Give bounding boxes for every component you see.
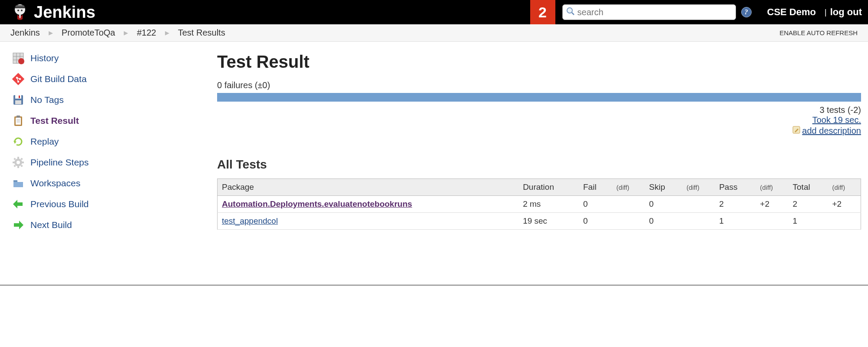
add-description-link[interactable]: add description [802, 126, 861, 136]
chevron-right-icon: ▶ [165, 30, 169, 36]
table-header-row: Package Duration Fail (diff) Skip (diff)… [218, 179, 861, 196]
sidebar-item-no-tags[interactable]: No Tags [9, 89, 217, 110]
breadcrumb-item[interactable]: Jenkins [10, 28, 40, 38]
sidebar-item-label: Next Build [30, 220, 72, 230]
col-total-diff[interactable]: (diff) [828, 179, 861, 196]
sidebar-item-workspaces[interactable]: Workspaces [9, 173, 217, 194]
svg-rect-22 [19, 96, 20, 98]
jenkins-icon [10, 2, 30, 23]
breadcrumb: Jenkins ▶ PromoteToQa ▶ #122 ▶ Test Resu… [0, 24, 868, 42]
enable-auto-refresh-link[interactable]: ENABLE AUTO REFRESH [779, 29, 858, 36]
main-content: Test Result 0 failures (±0) 3 tests (-2)… [217, 42, 868, 285]
sidebar-item-history[interactable]: History [9, 48, 217, 69]
svg-line-6 [572, 13, 574, 15]
help-icon[interactable]: ? [741, 7, 752, 17]
package-link[interactable]: test_appendcol [222, 216, 278, 225]
svg-rect-36 [22, 162, 24, 163]
breadcrumb-item[interactable]: Test Results [178, 28, 225, 38]
col-pass-diff[interactable]: (diff) [756, 179, 788, 196]
notification-badge[interactable]: 2 [530, 0, 555, 24]
svg-rect-23 [15, 100, 21, 104]
cell-skip-diff [682, 196, 715, 213]
svg-point-32 [17, 161, 20, 164]
cell-skip: 0 [645, 196, 682, 213]
sidebar-item-label: Git Build Data [30, 74, 87, 84]
history-icon [12, 52, 24, 64]
header-divider: | [825, 8, 830, 17]
header: Jenkins 2 ? CSE Demo | log out [0, 0, 868, 24]
cell-fail: 0 [579, 213, 612, 230]
svg-rect-25 [16, 118, 21, 125]
sidebar-item-label: Pipeline Steps [30, 157, 89, 168]
svg-rect-14 [12, 73, 24, 85]
svg-rect-34 [17, 166, 19, 168]
cell-pass-diff: +2 [756, 196, 788, 213]
package-link[interactable]: Automation.Deployments.evaluatenotebookr… [222, 199, 412, 208]
svg-marker-42 [13, 200, 23, 208]
sidebar-item-pipeline-steps[interactable]: Pipeline Steps [9, 152, 217, 173]
col-fail[interactable]: Fail [579, 179, 612, 196]
col-package[interactable]: Package [218, 179, 519, 196]
svg-rect-41 [13, 180, 17, 182]
svg-point-7 [567, 8, 572, 13]
col-fail-diff[interactable]: (diff) [612, 179, 645, 196]
section-title: All Tests [217, 158, 861, 172]
tests-table: Package Duration Fail (diff) Skip (diff)… [217, 178, 861, 230]
cell-fail: 0 [579, 196, 612, 213]
cell-fail-diff [612, 196, 645, 213]
page-title: Test Result [217, 52, 861, 72]
edit-icon [792, 126, 800, 136]
sidebar: History Git Build Data No Tags Test Resu… [0, 42, 217, 285]
svg-rect-35 [13, 162, 15, 163]
sidebar-item-next-build[interactable]: Next Build [9, 215, 217, 235]
sidebar-item-git-build-data[interactable]: Git Build Data [9, 69, 217, 89]
arrow-left-icon [12, 198, 24, 210]
svg-rect-26 [17, 116, 20, 118]
logout-link[interactable]: log out [830, 7, 862, 18]
cell-total: 2 [789, 196, 828, 213]
sidebar-item-label: Workspaces [30, 178, 80, 188]
gear-icon [12, 156, 24, 169]
breadcrumb-item[interactable]: #122 [137, 28, 156, 38]
cell-duration: 2 ms [518, 196, 579, 213]
git-icon [12, 73, 24, 85]
app-name: Jenkins [34, 3, 96, 22]
sidebar-item-label: Replay [30, 136, 59, 147]
sidebar-item-label: Previous Build [30, 199, 89, 209]
sidebar-item-test-result[interactable]: Test Result [9, 110, 217, 131]
col-skip-diff[interactable]: (diff) [682, 179, 715, 196]
col-duration[interactable]: Duration [518, 179, 579, 196]
clipboard-icon [12, 115, 24, 127]
cell-pass-diff [756, 213, 788, 230]
sidebar-item-label: History [30, 53, 59, 63]
sidebar-item-replay[interactable]: Replay [9, 131, 217, 152]
svg-marker-43 [14, 221, 23, 229]
duration-link[interactable]: Took 19 sec. [812, 115, 861, 125]
cell-total-diff [828, 213, 861, 230]
cell-skip-diff [682, 213, 715, 230]
cell-pass: 1 [715, 213, 756, 230]
arrow-right-icon [12, 219, 24, 231]
search-input[interactable] [578, 7, 732, 17]
svg-point-4 [21, 10, 23, 11]
tests-count: 3 tests (-2) [217, 105, 861, 115]
search-box[interactable] [562, 4, 736, 20]
svg-rect-33 [17, 157, 19, 159]
chevron-right-icon: ▶ [49, 30, 53, 36]
cell-pass: 2 [715, 196, 756, 213]
sidebar-item-previous-build[interactable]: Previous Build [9, 194, 217, 215]
col-skip[interactable]: Skip [645, 179, 682, 196]
breadcrumb-item[interactable]: PromoteToQa [62, 28, 115, 38]
sidebar-item-label: No Tags [30, 95, 64, 105]
table-row: test_appendcol19 sec0011 [218, 213, 861, 230]
user-link[interactable]: CSE Demo [767, 7, 816, 18]
col-total[interactable]: Total [789, 179, 828, 196]
svg-point-13 [18, 58, 24, 64]
col-pass[interactable]: Pass [715, 179, 756, 196]
save-icon [12, 94, 24, 106]
result-bar [217, 93, 861, 102]
logo[interactable]: Jenkins [10, 2, 96, 23]
svg-marker-30 [13, 141, 17, 144]
cell-total-diff: +2 [828, 196, 861, 213]
folder-icon [12, 177, 24, 189]
